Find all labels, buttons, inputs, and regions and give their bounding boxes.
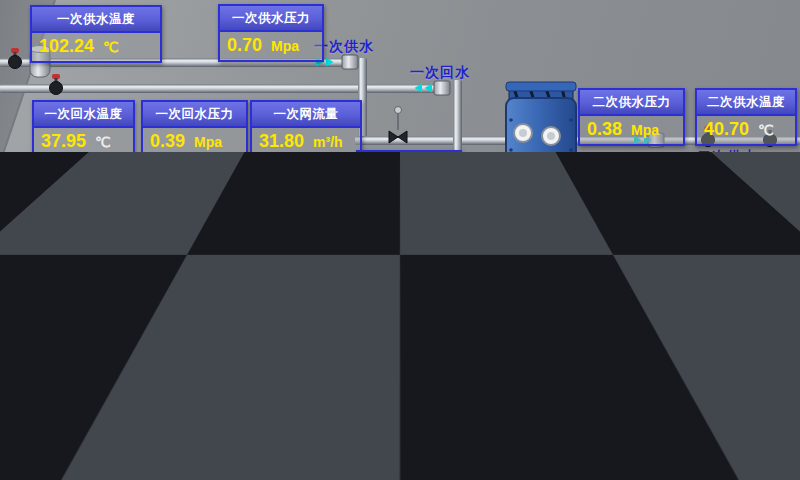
panel-unit: Hz [339,409,356,425]
tank-manhole-right [79,357,133,407]
pipe-coupling [342,55,358,69]
panel-title: 水箱液位高度 [32,302,141,328]
panel-primary-supply-temperature: 一次供水温度 102.24℃ [30,5,162,63]
plant-graphics [0,0,800,480]
water-tank [0,268,166,472]
panel-primary-supply-pressure: 一次供水压力 0.70Mpa [218,4,324,62]
panel-unit: m³ [83,334,100,350]
panel-unit: m³/h [313,134,343,150]
panel-valve-opening: 阀门开度值 5.92% [356,150,462,208]
panel-primary-return-temperature: 一次回水温度 37.95℃ [32,100,135,158]
panel-value: 33.88 [285,406,330,427]
panel-title: 补水泵频率 [278,377,371,403]
tank-vent-pipe [150,312,166,340]
panel-value: 0.70 [227,35,262,56]
panel-secondary-supply-pressure: 二次供水压力 0.38Mpa [578,88,685,146]
pipe-makeup-riser [606,296,615,392]
panel-title: 一次网流量 [252,102,360,128]
panel-value: 31.80 [259,131,304,152]
panel-value: 40.70 [704,119,749,140]
panel-value: 0.27 [587,274,622,295]
panel-title: 阀门开度值 [358,152,460,178]
panel-title: 二次供水压力 [580,90,683,116]
panel-title: 一次回水压力 [143,102,246,128]
panel-unit: % [409,184,421,200]
pipe-makeup-pump-rear [145,364,460,373]
panel-unit: ℃ [103,39,119,55]
tank-manhole-left [11,371,65,421]
panel-title: 一次供水压力 [220,6,322,32]
panel-title: 二次供水温度 [697,90,795,116]
panel-value: 37.95 [41,131,86,152]
panel-unit: Mpa [631,122,659,138]
pipe-coupling [434,81,450,95]
panel-secondary-supply-temperature: 二次供水温度 40.70℃ [695,88,797,146]
panel-value: 0.39 [150,131,185,152]
hx-top-bar [506,82,576,91]
control-valve[interactable] [389,107,407,144]
panel-secondary-return-pressure: 二次回水压力 0.27Mpa [578,243,685,301]
panel-title: 二次回水压力 [580,245,683,271]
panel-unit: Mpa [194,134,222,150]
panel-value: 1.10 [39,331,74,352]
valve-primary-return[interactable] [50,74,63,95]
panel-primary-return-pressure: 一次回水压力 0.39Mpa [141,100,248,158]
panel-value: 0.38 [587,119,622,140]
panel-value: 5.92 [365,181,400,202]
pipe-pump-manifold [453,241,547,249]
panel-value: 36.63 [704,274,749,295]
panel-primary-network-flow: 一次网流量 31.80m³/h [250,100,362,158]
pipe-coupling [590,385,606,399]
pipe-label-secondary-return: 二次回水 [713,308,773,326]
panel-makeup-pump-frequency: 补水泵频率 33.88Hz [276,375,373,433]
pipe-rack-frame [186,311,452,346]
panel-value: 102.24 [39,36,94,57]
panel-unit: Mpa [271,38,299,54]
pipe-label-makeup-water: 补水 [572,400,602,418]
pipe-label-secondary-supply: 二次供水 [697,148,757,166]
pipe-label-primary-return: 一次回水 [410,64,470,82]
panel-unit: ℃ [95,134,111,150]
panel-title: 一次供水温度 [32,7,160,33]
panel-secondary-return-temperature: 二次回水温度 36.63℃ [695,243,797,301]
panel-unit: Mpa [631,277,659,293]
panel-tank-level: 水箱液位高度 1.10m³ [30,300,143,358]
panel-title: 一次回水温度 [34,102,133,128]
panel-unit: ℃ [758,122,774,138]
valve-primary-supply[interactable] [9,48,22,69]
pipe-primary-return [0,84,450,93]
hmi-scene: 一次供水温度 102.24℃ 一次供水压力 0.70Mpa 一次回水温度 37.… [0,0,800,480]
panel-unit: ℃ [758,277,774,293]
panel-title: 二次回水温度 [697,245,795,271]
